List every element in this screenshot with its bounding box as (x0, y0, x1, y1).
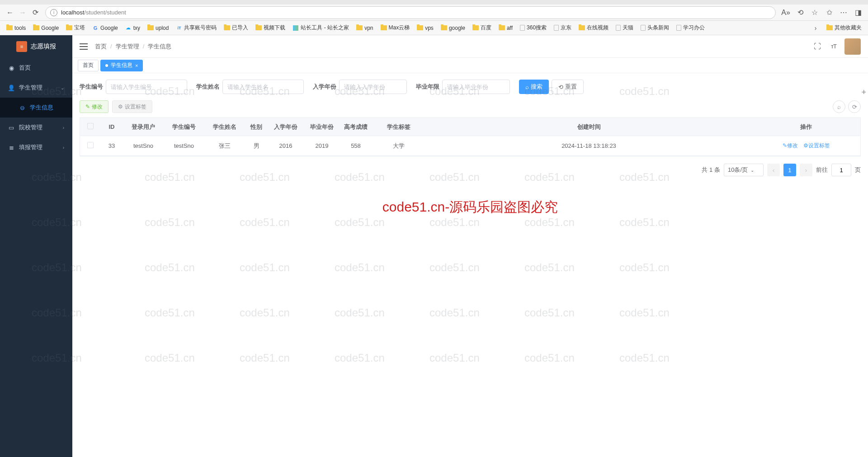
bookmark-item[interactable]: 头条新闻 (638, 23, 672, 33)
folder-icon (417, 25, 423, 30)
bookmark-item[interactable]: 百度 (470, 23, 494, 33)
read-aloud-icon[interactable]: A» (779, 6, 792, 19)
next-page-button[interactable]: › (800, 164, 812, 176)
th: 学生姓名 (204, 123, 245, 131)
goto-page-input[interactable] (831, 164, 851, 176)
bookmark-item[interactable]: 站长工具 - 站长之家 (290, 23, 352, 33)
url-bar[interactable]: i localhost/student/student (45, 6, 776, 19)
split-icon[interactable]: ◨ (852, 6, 864, 19)
reset-button[interactable]: ⟲ 重置 (552, 80, 584, 94)
bookmark-item[interactable]: 视频下载 (253, 23, 288, 33)
edit-button[interactable]: ✎ 修改 (80, 100, 108, 113)
bookmark-item[interactable]: Max云梯 (378, 23, 413, 33)
forward-button[interactable]: → (16, 6, 29, 19)
th: 入学年份 (268, 123, 304, 131)
logo[interactable]: ≡ 志愿填报 (0, 35, 72, 58)
bookmark-item[interactable]: aff (496, 24, 515, 32)
sidebar-item[interactable]: ▭院校管理› (0, 118, 72, 137)
sidebar: ≡ 志愿填报 ◉首页👤学生管理⌄⊖学生信息▭院校管理›≣填报管理› (0, 35, 72, 457)
watermark-text: code51.cn-源码乐园盗图必究 (382, 198, 558, 217)
refresh-action-icon[interactable]: ⟳ (848, 100, 861, 113)
bookmark-item[interactable]: vps (414, 24, 436, 32)
bookmark-label: 共享账号密码 (184, 24, 217, 32)
folder-icon (441, 25, 447, 30)
filter-label: 毕业年限 (416, 83, 439, 91)
data-table: ID 登录用户 学生编号 学生姓名 性别 入学年份 毕业年份 高考成绩 学生标签… (80, 118, 861, 156)
folder-icon (499, 25, 505, 30)
bookmark-item[interactable]: uplod (145, 24, 171, 32)
menu-label: 学生信息 (30, 104, 53, 112)
td-name: 张三 (204, 142, 245, 150)
more-icon[interactable]: ⋯ (837, 6, 850, 19)
bookmarks-overflow-icon[interactable]: › (809, 22, 822, 34)
star-icon[interactable]: ☆ (808, 6, 821, 19)
bookmark-item[interactable]: 学习办公 (674, 23, 708, 33)
favorites-icon[interactable]: ✩ (823, 6, 835, 19)
bookmark-label: 京东 (561, 24, 571, 32)
sidebar-item[interactable]: ◉首页 (0, 58, 72, 78)
bookmarks-bar: toolsGoogle宝塔GGoogle☁txyuplodiT共享账号密码已导入… (0, 21, 868, 35)
th-checkbox[interactable] (80, 123, 100, 131)
set-tags-button[interactable]: ⚙ 设置标签 (112, 100, 152, 113)
th: 学生编号 (164, 123, 204, 131)
enroll-year-input[interactable] (339, 80, 407, 94)
refresh-button[interactable]: ⟳ (29, 6, 42, 19)
bookmark-item[interactable]: 已导入 (221, 23, 251, 33)
page-number-button[interactable]: 1 (783, 164, 796, 176)
page-size-select[interactable]: 10条/页 ⌄ (724, 164, 764, 176)
avatar[interactable] (844, 38, 861, 55)
bookmark-other-folder[interactable]: 其他收藏夹 (824, 23, 864, 33)
close-icon[interactable]: × (135, 63, 138, 68)
bookmark-label: 已导入 (232, 24, 248, 32)
search-action-icon[interactable]: ⌕ (833, 100, 845, 113)
bookmark-label: 头条新闻 (647, 24, 669, 32)
th: 性别 (245, 123, 268, 131)
bookmark-item[interactable]: iT共享账号密码 (173, 23, 219, 33)
search-button[interactable]: ⌕ 搜索 (519, 80, 549, 94)
bookmark-label: tools (14, 25, 26, 31)
bookmark-item[interactable]: 在线视频 (576, 23, 611, 33)
chevron-down-icon: ⌄ (750, 168, 754, 173)
chevron-right-icon: › (63, 145, 64, 150)
bookmark-item[interactable]: 天猫 (613, 23, 636, 33)
bookmark-label: 360搜索 (527, 24, 547, 32)
tab[interactable]: 学生信息× (100, 60, 143, 71)
student-name-input[interactable] (222, 80, 304, 94)
folder-icon (66, 25, 72, 30)
sidebar-item[interactable]: ≣填报管理› (0, 137, 72, 157)
fullscreen-icon[interactable]: ⛶ (812, 41, 823, 52)
bookmark-item[interactable]: 360搜索 (517, 23, 549, 33)
sidebar-item[interactable]: 👤学生管理⌄ (0, 78, 72, 98)
bookmark-item[interactable]: GGoogle (90, 24, 121, 32)
bookmark-item[interactable]: 京东 (551, 23, 574, 33)
breadcrumb-item[interactable]: 首页 (95, 42, 107, 51)
bookmark-label: 天猫 (623, 24, 633, 32)
student-id-input[interactable] (106, 80, 187, 94)
grad-year-input[interactable] (442, 80, 510, 94)
sync-icon[interactable]: ⟲ (794, 6, 807, 19)
tabs-bar: 首页学生信息× (72, 58, 868, 73)
bookmark-label: 宝塔 (74, 24, 85, 32)
hamburger-icon[interactable] (80, 43, 88, 50)
bookmark-label: txy (133, 25, 140, 31)
td-score: 558 (340, 142, 372, 149)
back-button[interactable]: ← (4, 6, 16, 19)
bookmark-item[interactable]: vpn (354, 24, 376, 32)
tab[interactable]: 首页 (78, 60, 99, 71)
folder-icon (356, 25, 363, 30)
page-icon (676, 25, 681, 31)
prev-page-button[interactable]: ‹ (767, 164, 780, 176)
row-tags-button[interactable]: ⚙设置标签 (803, 142, 830, 149)
sidebar-sub-item[interactable]: ⊖学生信息 (0, 98, 72, 118)
bookmark-item[interactable]: 宝塔 (63, 23, 88, 33)
breadcrumb-item[interactable]: 学生管理 (116, 42, 139, 51)
sidebar-add-icon[interactable]: + (861, 88, 866, 97)
row-checkbox[interactable] (80, 142, 100, 150)
url-host: localhost (61, 9, 84, 16)
row-edit-button[interactable]: ✎修改 (783, 142, 798, 149)
bookmark-item[interactable]: Google (30, 24, 61, 32)
bookmark-item[interactable]: google (438, 24, 468, 32)
font-size-icon[interactable]: тT (828, 41, 839, 52)
bookmark-item[interactable]: ☁txy (123, 24, 143, 32)
bookmark-item[interactable]: tools (4, 24, 28, 32)
